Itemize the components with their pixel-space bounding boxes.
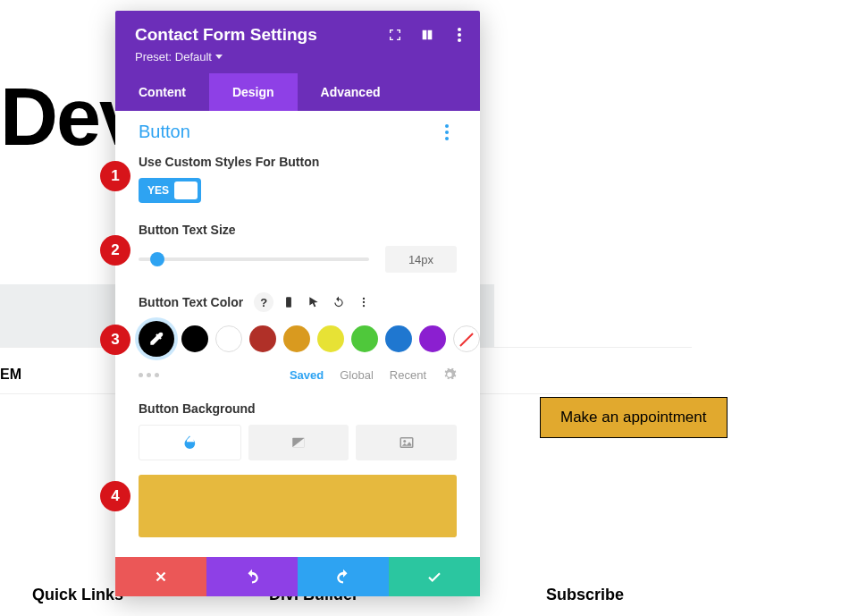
toggle-knob — [174, 181, 198, 199]
tab-content[interactable]: Content — [115, 73, 209, 111]
button-background-label: Button Background — [139, 401, 457, 416]
redo-button[interactable] — [298, 557, 389, 596]
use-custom-styles-label: Use Custom Styles For Button — [139, 155, 457, 169]
swatch-green[interactable] — [351, 325, 378, 352]
bg-tab-image[interactable] — [356, 425, 457, 460]
swatch-orange[interactable] — [283, 325, 310, 352]
swatch-black[interactable] — [181, 325, 208, 352]
palette-tab-saved[interactable]: Saved — [290, 368, 324, 382]
slider-thumb[interactable] — [150, 252, 164, 266]
text-color-label: Button Text Color — [139, 295, 243, 309]
annotation-badge-2: 2 — [100, 235, 130, 266]
text-size-label: Button Text Size — [139, 223, 457, 237]
swatch-purple[interactable] — [419, 325, 446, 352]
preset-label: Preset: Default — [135, 50, 212, 63]
settings-modal: Contact Form Settings Preset: Default Co… — [115, 11, 480, 596]
svg-point-1 — [363, 298, 365, 300]
tab-advanced[interactable]: Advanced — [298, 73, 404, 111]
hover-icon[interactable] — [304, 292, 324, 312]
annotation-badge-4: 4 — [100, 481, 130, 511]
swatch-yellow[interactable] — [317, 325, 344, 352]
expand-icon[interactable] — [387, 27, 403, 43]
columns-icon[interactable] — [419, 27, 435, 43]
use-custom-styles-toggle[interactable]: YES — [139, 178, 201, 203]
reset-icon[interactable] — [329, 292, 349, 312]
svg-point-6 — [403, 440, 406, 443]
swatch-none[interactable] — [453, 325, 480, 352]
palette-tab-recent[interactable]: Recent — [390, 368, 426, 382]
tab-design[interactable]: Design — [209, 73, 298, 111]
annotation-badge-1: 1 — [100, 161, 130, 191]
section-kebab-icon[interactable] — [437, 124, 457, 140]
eyedropper-swatch[interactable] — [139, 321, 174, 357]
undo-button[interactable] — [206, 557, 298, 596]
section-button-heading: Button — [139, 122, 190, 142]
kebab-menu-icon[interactable] — [451, 27, 467, 43]
bg-tab-color[interactable] — [139, 425, 241, 460]
swatch-blue[interactable] — [385, 325, 412, 352]
chevron-down-icon — [215, 55, 223, 59]
save-button[interactable] — [389, 557, 480, 596]
help-icon[interactable]: ? — [254, 292, 273, 312]
svg-rect-0 — [286, 297, 291, 308]
modal-header: Contact Form Settings Preset: Default — [115, 11, 480, 73]
bg-color-preview[interactable] — [139, 475, 457, 537]
footer-heading-subscribe: Subscribe — [546, 586, 624, 604]
preset-dropdown[interactable]: Preset: Default — [135, 50, 223, 63]
bg-tab-gradient[interactable] — [248, 425, 349, 460]
text-size-value[interactable]: 14px — [385, 246, 457, 273]
svg-point-2 — [363, 301, 365, 303]
palette-tab-global[interactable]: Global — [340, 368, 374, 382]
modal-tabs: Content Design Advanced — [115, 73, 480, 111]
toggle-on-label: YES — [147, 184, 169, 197]
swatch-white[interactable] — [215, 325, 242, 352]
partial-label: EM — [0, 367, 21, 383]
make-appointment-button[interactable]: Make an appointment — [540, 397, 728, 438]
annotation-badge-3: 3 — [100, 325, 130, 355]
context-kebab-icon[interactable] — [354, 292, 374, 312]
more-swatches-icon[interactable] — [139, 373, 159, 377]
swatch-red[interactable] — [249, 325, 276, 352]
discard-button[interactable] — [115, 557, 206, 596]
svg-point-3 — [363, 305, 365, 307]
responsive-icon[interactable] — [279, 292, 299, 312]
gear-icon[interactable] — [442, 367, 457, 382]
text-size-slider[interactable] — [139, 257, 369, 261]
